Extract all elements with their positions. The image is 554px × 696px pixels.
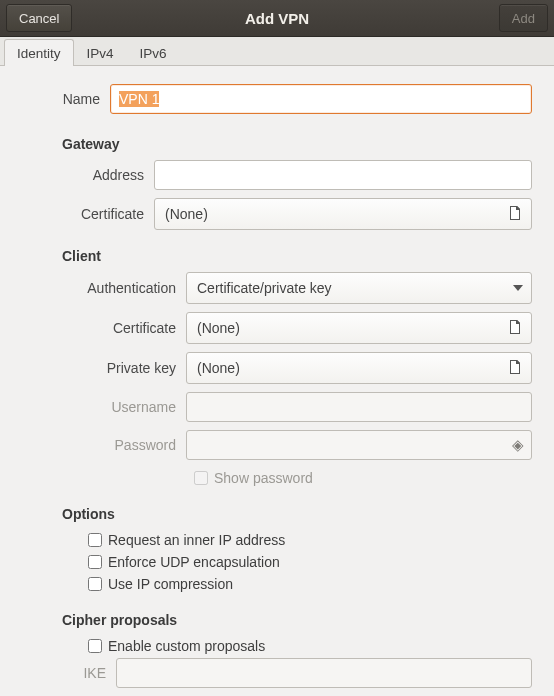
show-password-checkbox	[194, 471, 208, 485]
cipher-ike-label: IKE	[22, 665, 116, 681]
option-udp-encap-label: Enforce UDP encapsulation	[108, 554, 280, 570]
client-privatekey-value: (None)	[197, 360, 507, 376]
show-password-label: Show password	[214, 470, 313, 486]
cipher-ike-input	[116, 658, 532, 688]
section-options: Options	[62, 506, 532, 522]
option-ip-comp-label: Use IP compression	[108, 576, 233, 592]
gateway-certificate-value: (None)	[165, 206, 507, 222]
client-auth-select[interactable]: Certificate/private key	[186, 272, 532, 304]
title-bar: Cancel Add VPN Add	[0, 0, 554, 37]
client-certificate-chooser[interactable]: (None)	[186, 312, 532, 344]
question-icon[interactable]: ◈	[512, 436, 524, 454]
section-gateway: Gateway	[62, 136, 532, 152]
tab-identity-label: Identity	[17, 46, 61, 61]
tab-identity[interactable]: Identity	[4, 39, 74, 66]
document-icon	[507, 359, 523, 378]
option-udp-encap-checkbox[interactable]	[88, 555, 102, 569]
option-inner-ip-label: Request an inner IP address	[108, 532, 285, 548]
option-inner-ip-checkbox[interactable]	[88, 533, 102, 547]
client-auth-label: Authentication	[22, 280, 186, 296]
client-privatekey-chooser[interactable]: (None)	[186, 352, 532, 384]
client-privatekey-label: Private key	[22, 360, 186, 376]
name-label: Name	[22, 91, 110, 107]
gateway-certificate-label: Certificate	[22, 206, 154, 222]
add-button[interactable]: Add	[499, 4, 548, 32]
gateway-address-label: Address	[22, 167, 154, 183]
section-cipher: Cipher proposals	[62, 612, 532, 628]
gateway-address-input[interactable]	[154, 160, 532, 190]
tab-ipv4[interactable]: IPv4	[74, 39, 127, 66]
gateway-certificate-chooser[interactable]: (None)	[154, 198, 532, 230]
client-username-label: Username	[22, 399, 186, 415]
client-auth-value: Certificate/private key	[197, 280, 513, 296]
cancel-button-label: Cancel	[19, 11, 59, 26]
client-certificate-value: (None)	[197, 320, 507, 336]
tab-ipv4-label: IPv4	[87, 46, 114, 61]
option-ip-comp-checkbox[interactable]	[88, 577, 102, 591]
tab-strip: Identity IPv4 IPv6	[0, 37, 554, 66]
client-password-label: Password	[22, 437, 186, 453]
chevron-down-icon	[513, 285, 523, 291]
cipher-enable-checkbox[interactable]	[88, 639, 102, 653]
document-icon	[507, 319, 523, 338]
cipher-enable-label: Enable custom proposals	[108, 638, 265, 654]
client-username-input	[186, 392, 532, 422]
window-title: Add VPN	[0, 10, 554, 27]
tab-ipv6[interactable]: IPv6	[127, 39, 180, 66]
client-certificate-label: Certificate	[22, 320, 186, 336]
client-password-input	[186, 430, 532, 460]
tab-ipv6-label: IPv6	[140, 46, 167, 61]
section-client: Client	[62, 248, 532, 264]
cancel-button[interactable]: Cancel	[6, 4, 72, 32]
add-button-label: Add	[512, 11, 535, 26]
content-area: Name Gateway Address Certificate (None) …	[0, 66, 554, 696]
name-input[interactable]	[110, 84, 532, 114]
document-icon	[507, 205, 523, 224]
